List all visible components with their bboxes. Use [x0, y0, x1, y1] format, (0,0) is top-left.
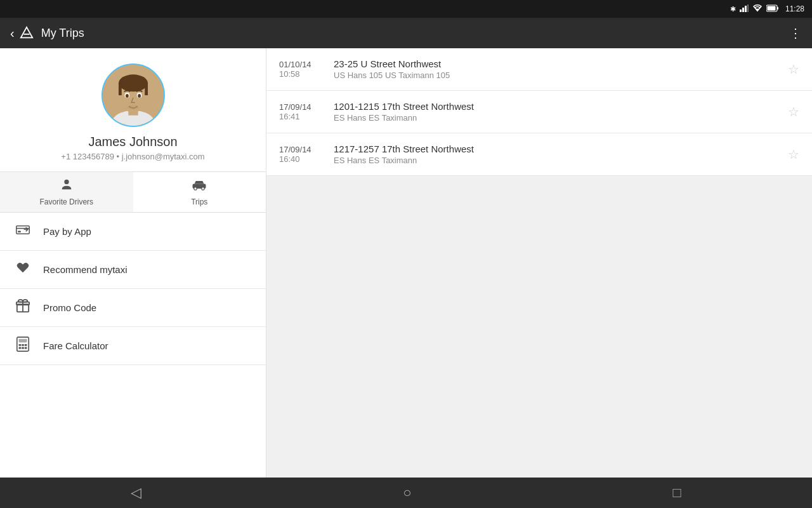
svg-rect-3 [747, 4, 749, 12]
trip-details: 1217-1257 17th Street Northwest ES Hans … [334, 144, 778, 165]
pay-icon [15, 224, 30, 239]
profile-info: +1 123456789 • j.johnson@mytaxi.com [61, 152, 204, 161]
trip-driver: ES Hans ES Taximann [334, 113, 778, 123]
trip-date: 17/09/14 [279, 102, 324, 112]
back-nav-button[interactable]: ◁ [131, 485, 141, 501]
left-panel: James Johnson +1 123456789 • j.johnson@m… [0, 48, 266, 478]
trip-date: 01/10/14 [279, 60, 324, 69]
trip-address: 1217-1257 17th Street Northwest [334, 144, 778, 154]
avatar [102, 64, 165, 127]
main-content: James Johnson +1 123456789 • j.johnson@m… [0, 48, 812, 478]
back-button[interactable]: ‹ [10, 26, 15, 41]
svg-rect-31 [19, 339, 27, 343]
calculator-icon [15, 337, 30, 355]
recent-nav-button[interactable]: □ [673, 485, 681, 501]
car-icon [192, 178, 207, 195]
menu-button[interactable]: ⋮ [789, 25, 802, 41]
trip-star[interactable]: ☆ [788, 147, 799, 162]
svg-rect-6 [767, 6, 775, 11]
right-panel: 01/10/14 10:58 23-25 U Street Northwest … [266, 48, 812, 478]
trip-driver: US Hans 105 US Taximann 105 [334, 70, 778, 80]
profile-name: James Johnson [88, 135, 177, 149]
menu-item-pay-by-app-label: Pay by App [43, 226, 91, 237]
person-icon [60, 178, 74, 195]
trip-star[interactable]: ☆ [788, 104, 799, 119]
menu-item-pay-by-app[interactable]: Pay by App [0, 213, 266, 251]
svg-rect-32 [19, 344, 22, 346]
trip-time: 16:40 [279, 154, 324, 164]
bottom-nav: ◁ ○ □ [0, 478, 812, 508]
svg-rect-35 [19, 347, 22, 349]
profile-section: James Johnson +1 123456789 • j.johnson@m… [0, 48, 266, 172]
svg-rect-14 [145, 83, 148, 95]
menu-item-fare-label: Fare Calculator [43, 340, 108, 351]
trip-details: 1201-1215 17th Street Northwest ES Hans … [334, 101, 778, 123]
wifi-icon [752, 4, 763, 13]
app-bar-title: My Trips [41, 27, 789, 40]
menu-item-fare[interactable]: Fare Calculator [0, 327, 266, 365]
svg-rect-0 [740, 10, 742, 12]
menu-item-recommend[interactable]: Recommend mytaxi [0, 251, 266, 289]
trip-datetime: 17/09/14 16:41 [279, 102, 324, 121]
trip-driver: ES Hans ES Taximann [334, 156, 778, 165]
svg-point-12 [118, 74, 147, 91]
heart-icon [15, 262, 30, 277]
svg-point-20 [64, 180, 69, 184]
tab-favorite-drivers-label: Favorite Drivers [39, 197, 93, 206]
trip-details: 23-25 U Street Northwest US Hans 105 US … [334, 58, 778, 80]
menu-item-recommend-label: Recommend mytaxi [43, 264, 128, 275]
home-nav-button[interactable]: ○ [403, 485, 411, 501]
svg-rect-36 [22, 347, 24, 349]
tabs-container: Favorite Drivers Trips [0, 172, 266, 213]
svg-rect-33 [22, 344, 24, 346]
trip-item[interactable]: 17/09/14 16:40 1217-1257 17th Street Nor… [266, 133, 812, 176]
svg-rect-34 [25, 344, 27, 346]
menu-item-promo-label: Promo Code [43, 302, 96, 313]
trip-address: 1201-1215 17th Street Northwest [334, 101, 778, 112]
gift-icon [15, 299, 30, 316]
battery-icon [766, 4, 779, 13]
svg-point-23 [202, 187, 205, 190]
tab-trips[interactable]: Trips [133, 172, 266, 212]
trip-date: 17/09/14 [279, 145, 324, 154]
menu-items: Pay by App Recommend mytaxi [0, 213, 266, 365]
trip-item[interactable]: 01/10/14 10:58 23-25 U Street Northwest … [266, 48, 812, 91]
trips-list: 01/10/14 10:58 23-25 U Street Northwest … [266, 48, 812, 176]
svg-rect-13 [118, 83, 121, 95]
trip-datetime: 01/10/14 10:58 [279, 60, 324, 79]
app-bar: ‹ My Trips ⋮ [0, 18, 812, 48]
svg-point-17 [126, 94, 129, 98]
status-bar: ✱ 11:28 [0, 0, 812, 18]
svg-point-22 [194, 187, 197, 190]
status-time: 11:28 [785, 4, 804, 13]
trip-datetime: 17/09/14 16:40 [279, 145, 324, 164]
tab-trips-label: Trips [191, 197, 207, 206]
svg-rect-2 [745, 6, 747, 12]
svg-rect-26 [18, 231, 21, 232]
svg-rect-5 [777, 7, 778, 10]
bluetooth-icon: ✱ [730, 5, 736, 13]
trip-star[interactable]: ☆ [788, 62, 799, 77]
trip-time: 16:41 [279, 112, 324, 121]
menu-item-promo[interactable]: Promo Code [0, 289, 266, 327]
app-logo [20, 26, 34, 40]
signal-icon [740, 4, 749, 13]
trip-address: 23-25 U Street Northwest [334, 58, 778, 69]
tab-favorite-drivers[interactable]: Favorite Drivers [0, 172, 133, 212]
svg-rect-37 [25, 347, 27, 349]
status-icons: ✱ 11:28 [730, 4, 804, 13]
trip-item[interactable]: 17/09/14 16:41 1201-1215 17th Street Nor… [266, 91, 812, 133]
svg-rect-1 [742, 8, 744, 12]
svg-point-18 [138, 94, 141, 98]
svg-point-19 [127, 105, 139, 110]
trip-time: 10:58 [279, 69, 324, 79]
